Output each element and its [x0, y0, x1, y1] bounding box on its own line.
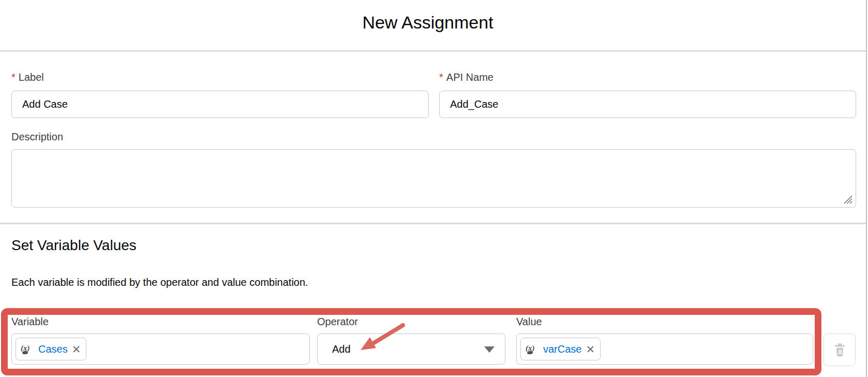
operator-selected-value: Add — [332, 334, 351, 364]
variable-pill-label: Cases — [38, 343, 68, 355]
value-combobox[interactable]: (x) varCase ✕ — [516, 334, 813, 365]
label-field-label: *Label — [11, 71, 44, 83]
remove-value-icon[interactable]: ✕ — [586, 344, 595, 355]
section-heading: Set Variable Values — [11, 237, 137, 254]
dropdown-caret-icon — [484, 346, 495, 353]
remove-variable-icon[interactable]: ✕ — [72, 344, 81, 355]
value-pill[interactable]: (x) varCase ✕ — [520, 338, 601, 360]
section-divider — [0, 223, 866, 224]
new-assignment-dialog: New Assignment *Label *API Name Descript… — [0, 0, 868, 377]
section-description: Each variable is modified by the operato… — [11, 277, 308, 288]
delete-row-button[interactable] — [824, 334, 856, 366]
operator-select[interactable]: Add — [317, 334, 505, 365]
value-column-label: Value — [516, 316, 542, 328]
variable-combobox[interactable]: (x) Cases ✕ — [11, 334, 310, 365]
dialog-title: New Assignment — [0, 12, 856, 33]
api-name-field-label: *API Name — [439, 71, 493, 83]
required-asterisk: * — [439, 71, 443, 83]
label-input[interactable] — [11, 91, 429, 118]
variable-icon: (x) — [525, 342, 539, 356]
variable-pill[interactable]: (x) Cases ✕ — [16, 338, 86, 360]
variable-column-label: Variable — [11, 316, 49, 328]
variable-icon: (x) — [20, 342, 34, 356]
description-textarea[interactable] — [11, 149, 856, 208]
description-field-label: Description — [11, 131, 63, 143]
required-asterisk: * — [11, 71, 16, 83]
value-pill-label: varCase — [543, 343, 581, 355]
api-name-input[interactable] — [439, 91, 856, 118]
header-divider — [0, 50, 866, 52]
panel-right-border — [866, 0, 867, 377]
operator-column-label: Operator — [317, 316, 358, 328]
trash-icon — [833, 342, 847, 357]
